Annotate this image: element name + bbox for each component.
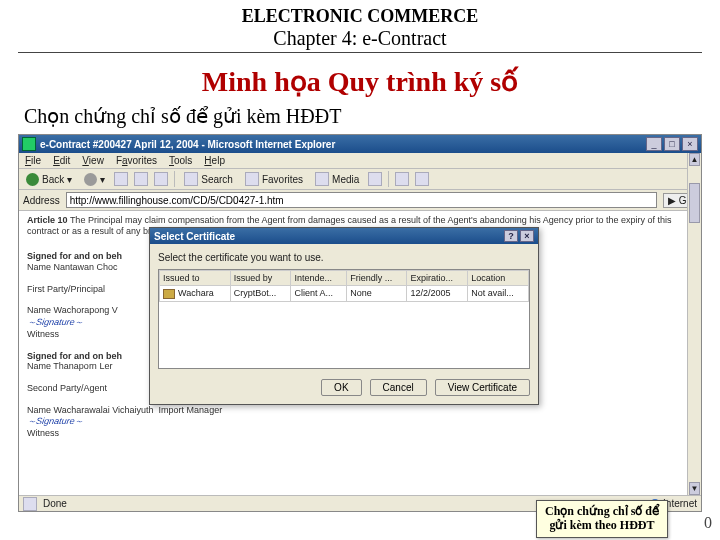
certificate-list[interactable]: Issued to Issued by Intende... Friendly … <box>158 269 530 369</box>
media-icon <box>315 172 329 186</box>
window-title: e-Contract #200427 April 12, 2004 - Micr… <box>40 139 646 150</box>
search-icon <box>184 172 198 186</box>
slide-subtitle: Chọn chứng chỉ số để gửi kèm HĐĐT <box>24 104 696 128</box>
address-bar: Address ▶ Go <box>19 190 701 211</box>
back-button[interactable]: Back ▾ <box>23 172 75 187</box>
address-label: Address <box>23 195 60 206</box>
history-icon[interactable] <box>368 172 382 186</box>
cell-expiry: 12/2/2005 <box>407 286 468 302</box>
slide-page-number: 0 <box>704 514 712 532</box>
media-button[interactable]: Media <box>312 171 362 187</box>
select-certificate-dialog: Select Certificate ? × Select the certif… <box>149 227 539 405</box>
chevron-down-icon: ▾ <box>67 174 72 185</box>
signature-1: ～Signature～ <box>26 317 84 328</box>
scroll-down-arrow[interactable]: ▼ <box>689 482 700 495</box>
col-friendly[interactable]: Friendly ... <box>347 271 407 286</box>
menu-bar: FFileile Edit View Favorites Tools Help <box>19 153 701 169</box>
scroll-thumb[interactable] <box>689 183 700 223</box>
cert-row[interactable]: Wachara CryptBot... Client A... None 12/… <box>160 286 529 302</box>
col-expiry[interactable]: Expiratio... <box>407 271 468 286</box>
slide-title: Minh họa Quy trình ký số <box>0 65 720 98</box>
maximize-button[interactable]: □ <box>664 137 680 151</box>
search-button[interactable]: Search <box>181 171 236 187</box>
cert-table-header[interactable]: Issued to Issued by Intende... Friendly … <box>160 271 529 286</box>
menu-tools[interactable]: Tools <box>169 155 192 166</box>
cell-issued-to: Wachara <box>160 286 231 302</box>
signature-2: ～Signature～ <box>26 416 84 427</box>
scroll-up-arrow[interactable]: ▲ <box>689 153 700 166</box>
witness-label-2: Witness <box>27 428 693 439</box>
name2-label: Name <box>27 305 51 315</box>
menu-view[interactable]: View <box>82 155 104 166</box>
favorites-button[interactable]: Favorites <box>242 171 306 187</box>
callout-line2: gửi kèm theo HĐĐT <box>545 519 659 533</box>
article-label: Article 10 <box>27 215 68 225</box>
page-icon <box>23 497 37 511</box>
name2-value: Wachorapong V <box>54 305 118 315</box>
dialog-title: Select Certificate <box>154 231 504 242</box>
col-issued-to[interactable]: Issued to <box>160 271 231 286</box>
cell-location: Not avail... <box>468 286 529 302</box>
status-text: Done <box>43 498 67 509</box>
view-certificate-button[interactable]: View Certificate <box>435 379 530 396</box>
menu-help[interactable]: Help <box>204 155 225 166</box>
ie-icon <box>22 137 36 151</box>
ie-window: e-Contract #200427 April 12, 2004 - Micr… <box>18 134 702 512</box>
dialog-close-button[interactable]: × <box>520 230 534 242</box>
stop-icon[interactable] <box>114 172 128 186</box>
home-icon[interactable] <box>154 172 168 186</box>
print-icon[interactable] <box>415 172 429 186</box>
cell-friendly: None <box>347 286 407 302</box>
header-chapter: Chapter 4: e-Contract <box>18 27 702 53</box>
slide-header: ELECTRONIC COMMERCE Chapter 4: e-Contrac… <box>0 0 720 55</box>
dialog-titlebar[interactable]: Select Certificate ? × <box>150 228 538 244</box>
vertical-scrollbar[interactable]: ▲ ▼ <box>687 153 701 495</box>
menu-favorites[interactable]: Favorites <box>116 155 157 166</box>
annotation-callout: Chọn chứng chỉ số để gửi kèm theo HĐĐT <box>536 500 668 538</box>
close-button[interactable]: × <box>682 137 698 151</box>
callout-line1: Chọn chứng chỉ số để <box>545 505 659 519</box>
address-input[interactable] <box>66 192 657 208</box>
chevron-down-icon: ▾ <box>100 174 105 185</box>
dialog-help-button[interactable]: ? <box>504 230 518 242</box>
cancel-button[interactable]: Cancel <box>370 379 427 396</box>
cell-intended: Client A... <box>291 286 347 302</box>
star-icon <box>245 172 259 186</box>
window-titlebar[interactable]: e-Contract #200427 April 12, 2004 - Micr… <box>19 135 701 153</box>
col-intended[interactable]: Intende... <box>291 271 347 286</box>
dialog-prompt: Select the certificate you want to use. <box>158 252 530 263</box>
role4: Import Manager <box>159 405 223 415</box>
cell-issued-by: CryptBot... <box>230 286 291 302</box>
forward-button[interactable]: ▾ <box>81 172 108 187</box>
refresh-icon[interactable] <box>134 172 148 186</box>
col-location[interactable]: Location <box>468 271 529 286</box>
mail-icon[interactable] <box>395 172 409 186</box>
name4-label: Name <box>27 405 51 415</box>
header-course: ELECTRONIC COMMERCE <box>0 6 720 27</box>
menu-file[interactable]: FFileile <box>25 155 41 166</box>
minimize-button[interactable]: _ <box>646 137 662 151</box>
name4-value: Wacharawalai Vichaiyuth <box>54 405 154 415</box>
ok-button[interactable]: OK <box>321 379 361 396</box>
col-issued-by[interactable]: Issued by <box>230 271 291 286</box>
menu-edit[interactable]: Edit <box>53 155 70 166</box>
toolbar: Back ▾ ▾ Search Favorites Media <box>19 169 701 190</box>
